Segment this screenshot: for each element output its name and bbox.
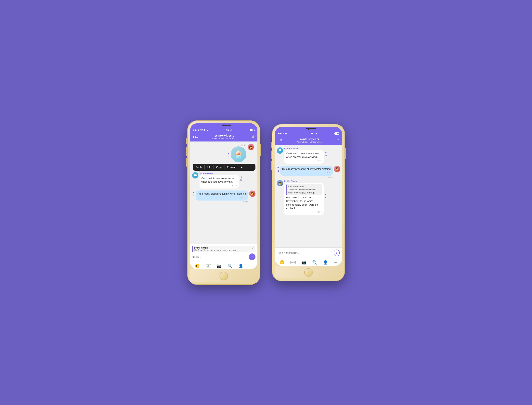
p2-bubble-3[interactable]: ↳ Bruno Garcia Can't wait to see some sn… bbox=[284, 183, 324, 215]
p2-bubble-wrap-3: Robin Champ ↳ Bruno Garcia Can't wait to… bbox=[284, 180, 324, 215]
message-row-1: 🕶 Bruno Garcia Can't wait to see some sn… bbox=[192, 172, 256, 189]
back-area-2[interactable]: ‹ 11 bbox=[277, 138, 283, 142]
copy-btn[interactable]: Copy bbox=[214, 165, 224, 169]
carrier-1: BELL bbox=[200, 129, 206, 131]
p2-like-count-3: 3 bbox=[325, 196, 326, 199]
back-chevron-2[interactable]: ‹ bbox=[277, 138, 279, 142]
p2-like-wrap-2[interactable]: ♥ 2 bbox=[277, 166, 279, 177]
p2-bubble-wrap-1: Bruno Garcia Can't wait to see some snow… bbox=[284, 147, 324, 164]
group-name-1: WinterVibes bbox=[215, 134, 232, 137]
send-btn-1[interactable]: ↑ bbox=[249, 253, 256, 260]
heart-icon-1: ♥ bbox=[240, 176, 242, 179]
like-wrap-2[interactable]: ♥ 2 bbox=[193, 191, 194, 202]
bubble-wrap-1: Bruno Garcia Can't wait to see some snow… bbox=[200, 172, 239, 189]
like-wrap-1[interactable]: ♥ 12 bbox=[240, 176, 242, 185]
carrier-2: BELL bbox=[285, 132, 290, 135]
phone-speaker-2 bbox=[306, 128, 316, 129]
close-reply-btn-1[interactable]: ✕ bbox=[251, 247, 254, 250]
more-btn-1[interactable]: ··· bbox=[249, 263, 253, 268]
p2-like-count-2: 2 bbox=[277, 170, 279, 172]
p2-bubble-text-2: I'm already preparing all my winter clot… bbox=[282, 168, 331, 170]
back-area-1[interactable]: ‹ 11 bbox=[193, 135, 198, 139]
home-btn-1[interactable] bbox=[220, 272, 228, 280]
toolbar-1: 🙂 GIF 📷 🔍 👤 ··· bbox=[190, 262, 257, 270]
search-btn-1[interactable]: 🔍 bbox=[228, 263, 232, 268]
p2-avatar-bruno: 🕶 bbox=[277, 147, 283, 154]
p2-bubble-text-3: We booked a flight on November 8th..so w… bbox=[286, 196, 318, 210]
sticker-likes[interactable]: ♥ 2 bbox=[228, 148, 229, 158]
ctx-divider-1 bbox=[204, 165, 205, 169]
time-2: 16:16 bbox=[311, 132, 317, 135]
message-row-2: 👩 I'm already preparing all my winter cl… bbox=[192, 190, 256, 203]
like-count-1: 12 bbox=[240, 179, 242, 182]
scene: BELL ▲ 16:16 ‹ 11 WinterVibes bbox=[187, 121, 345, 285]
p2-like-wrap-3[interactable]: ♥ 3 bbox=[325, 193, 326, 202]
battery-2 bbox=[334, 132, 339, 135]
send-btn-2[interactable]: ▶ bbox=[334, 250, 339, 256]
reply-bar-1: Bruno Garcia Can't wait to see some snow… bbox=[190, 244, 257, 262]
home-btn-area-1 bbox=[190, 270, 257, 282]
add-contact-icon-2[interactable]: ⊕ bbox=[336, 138, 339, 142]
search-btn-2[interactable]: 🔍 bbox=[312, 260, 317, 265]
sticker-like-count: 2 bbox=[228, 155, 229, 158]
app-header-2: ‹ 11 WinterVibes ∨ Adam, Bruno, Camiia, … bbox=[275, 136, 342, 145]
p2-bubble-1[interactable]: Can't wait to see some snow! when are yo… bbox=[284, 150, 324, 164]
home-btn-2[interactable] bbox=[304, 268, 313, 277]
seen-text-1: Seen bbox=[243, 201, 248, 203]
camera-btn-2[interactable]: 📷 bbox=[301, 260, 306, 265]
header-center-1: WinterVibes ∨ Adam, Bruno, Camiia, Eloi.… bbox=[212, 134, 237, 140]
reply-input-1[interactable] bbox=[192, 255, 247, 259]
info-btn[interactable]: Info bbox=[205, 165, 213, 169]
type-input-2[interactable] bbox=[277, 250, 332, 255]
header-right-2: ⊕ bbox=[336, 138, 339, 142]
reply-quote-text-1: Can't wait to see some snow! when are yo… bbox=[194, 249, 238, 251]
p2-reply-quote: ↳ Bruno Garcia Can't wait to see some sn… bbox=[286, 184, 322, 195]
bubble-1[interactable]: Can't wait to see some snow! when are yo… bbox=[200, 175, 239, 189]
bubble-2[interactable]: I'm already preparing all my winter clot… bbox=[196, 190, 248, 201]
bubble-text-1: Can't wait to see some snow! when are yo… bbox=[201, 177, 235, 183]
sticker-time: 16:14 bbox=[241, 144, 246, 146]
add-contact-icon-1[interactable]: ⊕ bbox=[252, 135, 255, 139]
like-count-2: 2 bbox=[193, 195, 194, 197]
ctx-divider-2 bbox=[214, 165, 214, 169]
reply-quote-name-1: Bruno Garcia bbox=[194, 247, 238, 249]
p2-heart-3: ♥ bbox=[325, 193, 326, 196]
p2-like-count-1: 12 bbox=[325, 154, 327, 157]
group-members-1: Adam, Bruno, Camiia, Eloi... bbox=[212, 137, 237, 140]
gif-btn-2[interactable]: GIF bbox=[290, 261, 296, 264]
camera-btn-1[interactable]: 📷 bbox=[217, 263, 221, 268]
back-badge-1: 11 bbox=[195, 135, 198, 138]
emoji-btn-2[interactable]: 🙂 bbox=[279, 260, 284, 265]
back-chevron-1[interactable]: ‹ bbox=[193, 135, 194, 139]
gif-btn-1[interactable]: GIF bbox=[206, 264, 211, 267]
p2-bubble-2[interactable]: I'm already preparing all my winter clot… bbox=[280, 166, 333, 176]
contact-btn-1[interactable]: 👤 bbox=[238, 263, 243, 268]
avatar-bruno-1: 🕶 bbox=[192, 172, 198, 178]
type-input-bar: ▶ bbox=[275, 247, 342, 258]
more-arrow[interactable]: ▶ bbox=[239, 165, 244, 169]
header-center-2: WinterVibes ∨ Adam, Bruno, Camiia, Eloi.… bbox=[297, 137, 322, 143]
more-btn-2[interactable]: ··· bbox=[334, 260, 337, 264]
reply-btn[interactable]: Reply bbox=[193, 165, 204, 169]
sticker-message: ♥ 2 16:14 🧁 👩 bbox=[192, 144, 256, 162]
status-bar-2: BELL ▲ 16:16 bbox=[275, 131, 342, 136]
p2-sender-3: Robin Champ bbox=[284, 180, 324, 182]
chat-area-2: 🕶 Bruno Garcia Can't wait to see some sn… bbox=[275, 145, 342, 247]
dropdown-icon-2: ∨ bbox=[317, 137, 319, 141]
p2-like-wrap-1[interactable]: ♥ 12 bbox=[325, 151, 327, 160]
p2-message-row-1: 🕶 Bruno Garcia Can't wait to see some sn… bbox=[277, 147, 340, 164]
time-1: 16:16 bbox=[226, 129, 232, 131]
contact-btn-2[interactable]: 👤 bbox=[323, 260, 328, 265]
forward-btn[interactable]: Forward bbox=[225, 165, 239, 169]
wifi-icon-1: ▲ bbox=[206, 129, 208, 131]
p2-bubble-text-1: Can't wait to see some snow! when are yo… bbox=[286, 152, 319, 158]
avatar-sticker-sender: 👩 bbox=[248, 144, 254, 150]
back-badge-2: 11 bbox=[279, 139, 282, 142]
avatar-user-1: 👩 bbox=[249, 190, 256, 197]
bubble-time-2: 16:16 bbox=[198, 196, 246, 199]
phone-1: BELL ▲ 16:16 ‹ 11 WinterVibes bbox=[187, 121, 260, 285]
emoji-btn-1[interactable]: 🙂 bbox=[195, 263, 200, 268]
bubble-text-2: I'm already preparing all my winter clot… bbox=[198, 192, 246, 195]
sticker-emoji: 🧁 bbox=[231, 146, 246, 162]
wifi-icon-2: ▲ bbox=[291, 132, 293, 135]
